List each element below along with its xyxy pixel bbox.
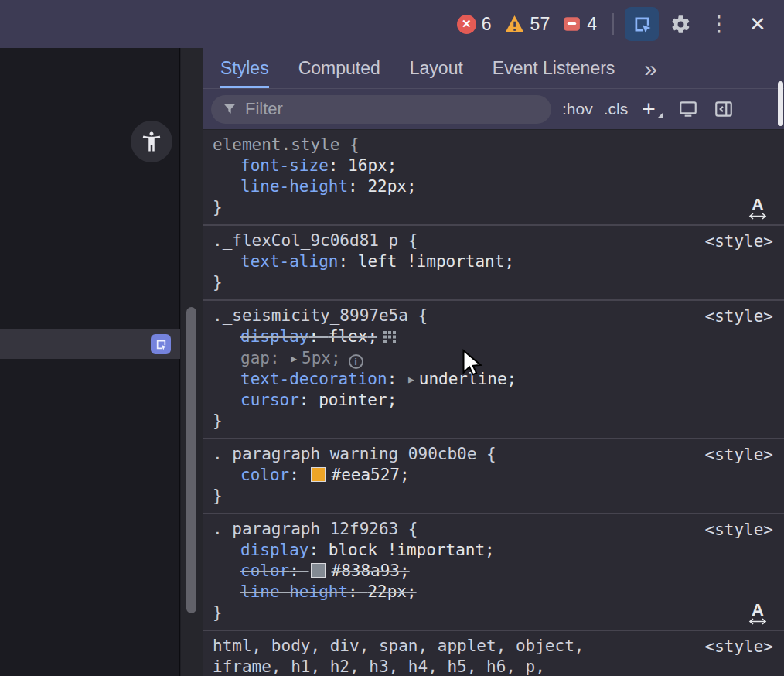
property-value: 22px: [367, 582, 407, 601]
style-rule-element-style: element.style { font-size: 16px; line-he…: [203, 130, 784, 226]
rule-source-link[interactable]: <style>: [704, 445, 773, 466]
tab-styles[interactable]: Styles: [220, 48, 269, 88]
page-scrollbar-thumb[interactable]: [186, 307, 196, 613]
expand-arrow-icon[interactable]: ▶: [408, 374, 414, 385]
settings-button[interactable]: [663, 7, 697, 41]
settings-gear-icon: [670, 14, 691, 35]
font-editor-button[interactable]: A: [748, 603, 767, 625]
property-value: #eea527: [332, 466, 401, 484]
property-name: color: [240, 562, 289, 580]
property-name: text-decoration: [240, 370, 387, 388]
sidebar-toggle-button[interactable]: [714, 99, 734, 119]
kebab-menu-icon: ⋮: [708, 13, 730, 35]
new-style-rule-button[interactable]: +: [642, 97, 663, 121]
css-declaration-overridden[interactable]: display: flex;: [213, 326, 775, 348]
rule-source-link[interactable]: <style>: [704, 231, 773, 252]
expand-arrow-icon[interactable]: ▶: [291, 353, 297, 364]
more-menu-button[interactable]: ⋮: [702, 7, 736, 41]
color-swatch[interactable]: [311, 467, 326, 482]
font-editor-icon: A: [752, 197, 764, 213]
toggle-element-state-button[interactable]: :hov: [562, 100, 593, 118]
property-value: block !important: [329, 541, 485, 559]
property-name: text-align: [240, 252, 338, 271]
property-value: 16px: [348, 156, 387, 175]
accessibility-icon: [140, 130, 163, 153]
closing-brace: }: [213, 197, 775, 218]
font-editor-button[interactable]: A: [748, 197, 767, 220]
styles-toolbar: :hov .cls +: [203, 88, 784, 130]
rendering-icon: [678, 99, 698, 119]
rule-selector[interactable]: ._seismicity_8997e5a {: [213, 306, 775, 326]
filter-box[interactable]: [211, 95, 551, 124]
rule-selector[interactable]: html, body, div, span, applet, object,: [213, 636, 775, 657]
rule-selector[interactable]: ._flexCol_9c06d81 p {: [213, 230, 775, 251]
style-rule-flexcol: ._flexCol_9c06d81 p { <style> text-align…: [203, 226, 784, 301]
rule-selector[interactable]: ._paragraph_12f9263 {: [213, 519, 775, 540]
css-declaration-inactive[interactable]: gap: ▶5px;i: [213, 348, 775, 369]
property-name: line-height: [240, 582, 348, 601]
css-declaration[interactable]: font-size: 16px;: [213, 155, 775, 176]
sidebar-tabbar: Styles Computed Layout Event Listeners »: [203, 48, 784, 88]
property-value: 5px: [302, 349, 331, 367]
rule-source-link[interactable]: <style>: [704, 637, 773, 657]
css-declaration[interactable]: display: block !important;: [213, 540, 775, 561]
closing-brace: }: [213, 603, 775, 623]
css-declaration[interactable]: cursor: pointer;: [213, 390, 775, 411]
css-rules-list: element.style { font-size: 16px; line-he…: [203, 130, 784, 676]
property-name: gap: [240, 349, 270, 367]
rule-source-link[interactable]: <style>: [704, 520, 773, 541]
rule-source-link[interactable]: <style>: [704, 306, 773, 327]
color-swatch[interactable]: [311, 563, 326, 578]
property-name: cursor: [240, 391, 299, 409]
new-rule-options-icon: [657, 113, 663, 118]
error-badge[interactable]: ✕ 6: [457, 14, 492, 35]
property-value: flex: [329, 327, 368, 346]
style-rule-paragraph-warning: ._paragraph_warning_090cb0e { <style> co…: [203, 439, 784, 514]
tab-event-listeners[interactable]: Event Listeners: [493, 48, 615, 88]
more-tabs-chevron-icon[interactable]: »: [644, 48, 657, 88]
css-declaration[interactable]: color: #eea527;: [213, 465, 775, 486]
element-inspect-badge[interactable]: [151, 334, 171, 354]
css-declaration-overridden[interactable]: line-height: 22px;: [213, 582, 775, 603]
closing-brace: }: [213, 486, 775, 507]
issues-badge[interactable]: 4: [562, 14, 597, 35]
error-icon: ✕: [457, 15, 476, 34]
rule-selector[interactable]: iframe, h1, h2, h3, h4, h5, h6, p,: [213, 657, 775, 676]
tab-layout[interactable]: Layout: [410, 48, 463, 88]
element-classes-button[interactable]: .cls: [604, 100, 629, 118]
rendering-emulation-button[interactable]: [678, 99, 698, 119]
css-declaration-overridden[interactable]: color: #838a93;: [213, 561, 775, 582]
flex-editor-icon[interactable]: [383, 328, 399, 347]
accessibility-button[interactable]: [131, 121, 172, 162]
property-name: line-height: [240, 177, 348, 196]
filter-input[interactable]: [245, 99, 540, 119]
rule-selector[interactable]: element.style {: [213, 135, 775, 155]
property-value: #838a93: [332, 562, 401, 580]
filter-funnel-icon: [222, 101, 237, 117]
property-name: display: [240, 327, 309, 346]
rule-selector[interactable]: ._paragraph_warning_090cb0e {: [213, 444, 775, 465]
styles-scrollbar-thumb[interactable]: [778, 81, 783, 126]
warning-badge[interactable]: 57: [504, 14, 551, 35]
inspect-element-icon: [632, 14, 653, 35]
property-value: pointer: [319, 391, 387, 409]
property-value: left !important: [358, 252, 505, 271]
css-declaration[interactable]: text-decoration: ▶underline;: [213, 369, 775, 390]
page-scrollbar[interactable]: [181, 48, 203, 676]
property-value: 22px: [367, 177, 407, 196]
css-declaration[interactable]: line-height: 22px;: [213, 176, 775, 197]
element-inspect-badge-icon: [155, 338, 168, 351]
inspected-page: [0, 48, 180, 676]
style-rule-seismicity: ._seismicity_8997e5a { <style> display: …: [203, 301, 784, 439]
inspect-element-button[interactable]: [625, 7, 659, 41]
close-devtools-button[interactable]: ✕: [741, 7, 775, 41]
devtools-toolbar: ✕ 6 57 4: [0, 0, 784, 48]
styles-pane: Styles Computed Layout Event Listeners »…: [203, 48, 784, 676]
highlighted-element-row[interactable]: [0, 329, 180, 359]
style-rule-paragraph: ._paragraph_12f9263 { <style> display: b…: [203, 514, 784, 631]
info-icon[interactable]: i: [349, 354, 363, 369]
toolbar-divider: [612, 13, 614, 35]
css-declaration[interactable]: text-align: left !important;: [213, 251, 775, 272]
tab-computed[interactable]: Computed: [298, 48, 380, 88]
sidebar-toggle-icon: [714, 99, 734, 119]
